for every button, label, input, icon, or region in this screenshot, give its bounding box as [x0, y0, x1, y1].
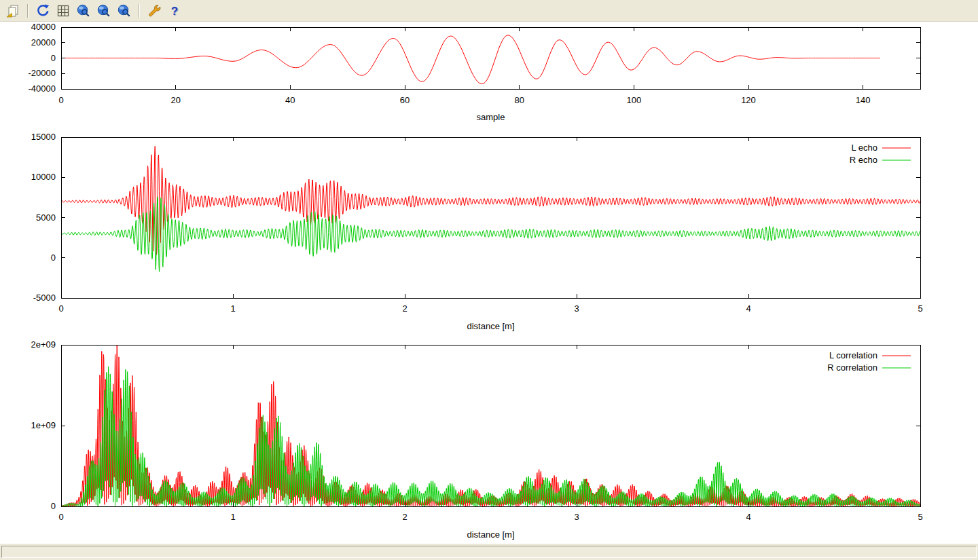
series-l-correlation [61, 342, 920, 506]
x-tick-label: 5 [918, 303, 922, 314]
replot-button[interactable] [34, 2, 52, 20]
toolbar: ? ? [0, 0, 978, 22]
y-tick-label: 15000 [31, 132, 56, 142]
status-message [1, 546, 977, 558]
y-tick-label: -40000 [29, 83, 56, 94]
gnuplot-window: ? ? 02040608010012014040000200000-20000-… [0, 0, 978, 560]
x-tick-label: 0 [58, 95, 63, 105]
zoom-next-icon [96, 3, 111, 18]
x-tick-label: 5 [918, 512, 922, 522]
status-bar [0, 543, 978, 560]
copy-icon [5, 3, 20, 18]
x-tick-label: 60 [400, 95, 410, 105]
zoom-previous-icon [76, 3, 91, 18]
x-tick-label: 2 [402, 303, 407, 314]
x-tick-label: 4 [746, 512, 750, 522]
y-tick-label: -5000 [33, 293, 56, 303]
x-tick-label: 100 [626, 95, 641, 105]
configure-button[interactable] [145, 2, 163, 20]
legend-label: R correlation [827, 362, 877, 373]
zoom-next-button[interactable] [95, 2, 113, 20]
y-tick-label: 0 [51, 253, 56, 263]
legend-label: L echo [851, 143, 877, 153]
y-tick-label: 40000 [31, 22, 56, 32]
x-tick-label: 80 [514, 95, 524, 105]
configure-icon [147, 3, 162, 18]
x-tick-label: 4 [746, 303, 750, 314]
y-tick-label: 2e+09 [31, 339, 56, 350]
toolbar-separator [139, 4, 140, 18]
x-tick-label: 1 [230, 303, 235, 314]
chart-2: 012345150001000050000-5000distance [m]L … [31, 132, 923, 331]
chart-1: 02040608010012014040000200000-20000-4000… [29, 22, 920, 122]
y-tick-label: 20000 [31, 37, 56, 48]
y-tick-label: 0 [51, 53, 56, 63]
y-tick-label: 0 [51, 501, 56, 511]
charts-canvas: 02040608010012014040000200000-20000-4000… [0, 22, 978, 543]
chart-3: 0123452e+091e+090distance [m]L correlati… [31, 339, 922, 540]
autoscale-icon [117, 3, 132, 18]
x-tick-label: 3 [574, 303, 579, 314]
plot-area[interactable]: 02040608010012014040000200000-20000-4000… [0, 22, 978, 543]
autoscale-button[interactable] [115, 2, 133, 20]
y-tick-label: 5000 [36, 212, 56, 223]
toolbar-separator [27, 4, 29, 18]
legend-label: R echo [850, 155, 877, 165]
x-tick-label: 40 [285, 95, 295, 105]
x-tick-label: 0 [58, 512, 63, 522]
series-l-echo [61, 146, 920, 255]
svg-text:?: ? [171, 5, 178, 18]
plot-border [61, 137, 920, 298]
series-trace [61, 35, 880, 84]
x-tick-label: 1 [230, 512, 235, 522]
replot-icon [35, 3, 50, 18]
y-tick-label: 10000 [31, 172, 56, 182]
x-tick-label: 140 [856, 95, 871, 105]
help-icon: ? ? [167, 3, 182, 18]
x-tick-label: 2 [402, 512, 407, 522]
help-button[interactable]: ? ? [166, 2, 183, 20]
grid-icon [56, 3, 71, 18]
x-axis-label: distance [m] [467, 529, 514, 540]
x-tick-label: 3 [574, 512, 579, 522]
y-tick-label: 1e+09 [31, 420, 56, 430]
x-tick-label: 0 [58, 303, 63, 314]
x-tick-label: 20 [170, 95, 180, 105]
y-tick-label: -20000 [29, 68, 56, 78]
x-axis-label: distance [m] [467, 321, 514, 331]
plot-border [61, 345, 920, 506]
legend-label: L correlation [829, 350, 877, 360]
copy-to-clipboard-button[interactable] [4, 2, 22, 20]
zoom-previous-button[interactable] [75, 2, 92, 20]
toggle-grid-button[interactable] [54, 2, 72, 20]
series-r-echo [61, 197, 920, 272]
series-r-correlation [61, 367, 920, 506]
x-tick-label: 120 [741, 95, 756, 105]
x-axis-label: sample [477, 112, 505, 122]
